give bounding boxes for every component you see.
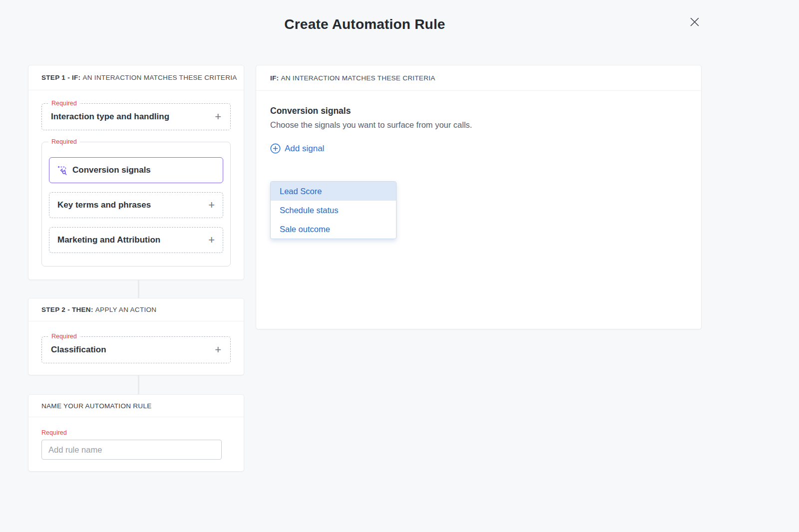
close-button[interactable] [686,13,703,30]
step2-panel: STEP 2 - THEN: APPLY AN ACTION Required … [28,298,244,375]
step-connector-line [138,375,139,394]
criteria-header-rest: AN INTERACTION MATCHES THESE CRITERIA [281,74,435,82]
criteria-header-bold: IF: [270,74,281,82]
step2-header-rest: APPLY AN ACTION [95,306,157,313]
name-rule-panel: NAME YOUR AUTOMATION RULE Required [28,394,244,472]
dropdown-item-schedule-status[interactable]: Schedule status [271,201,396,220]
step1-panel: STEP 1 - IF: AN INTERACTION MATCHES THES… [28,65,244,280]
plus-icon: + [208,235,215,246]
conversion-signals-subtitle: Choose the signals you want to surface f… [270,120,687,130]
name-rule-header: NAME YOUR AUTOMATION RULE [28,395,244,417]
page-title: Create Automation Rule [28,16,702,32]
add-signal-button[interactable]: Add signal [270,143,324,154]
conversion-signals-label: Conversion signals [72,165,151,175]
criteria-detail-panel: IF: AN INTERACTION MATCHES THESE CRITERI… [256,65,702,329]
step1-header-bold: STEP 1 - IF: [41,74,82,81]
classification-card[interactable]: Required Classification + [41,336,231,363]
required-badge: Required [48,138,80,146]
required-badge: Required [48,99,80,108]
criteria-detail-header: IF: AN INTERACTION MATCHES THESE CRITERI… [256,65,701,91]
conversion-signals-card[interactable]: Conversion signals [49,157,223,183]
conversion-signals-icon [57,165,67,175]
marketing-attribution-card[interactable]: Marketing and Attribution + [49,227,223,253]
dropdown-item-lead-score[interactable]: Lead Score [271,182,396,201]
step1-header: STEP 1 - IF: AN INTERACTION MATCHES THES… [28,65,244,90]
key-terms-card[interactable]: Key terms and phrases + [49,192,223,218]
plus-icon: + [208,200,215,211]
step1-header-rest: AN INTERACTION MATCHES THESE CRITERIA [82,74,237,81]
step-connector-line [138,280,139,298]
marketing-attribution-label: Marketing and Attribution [57,235,160,245]
step2-header-bold: STEP 2 - THEN: [41,306,95,313]
classification-label: Classification [51,345,106,355]
required-badge: Required [41,429,231,436]
plus-icon: + [215,111,221,122]
interaction-type-label: Interaction type and handling [51,112,169,122]
close-icon [688,15,702,29]
rule-name-input[interactable] [41,440,222,460]
dropdown-item-sale-outcome[interactable]: Sale outcome [271,220,396,239]
step2-header: STEP 2 - THEN: APPLY AN ACTION [28,298,244,321]
interaction-type-card[interactable]: Required Interaction type and handling + [41,103,231,130]
plus-circle-icon [270,143,281,154]
signals-required-group: Required Conversion signals Key terms an… [41,142,231,266]
key-terms-label: Key terms and phrases [57,200,151,210]
add-signal-label: Add signal [285,144,324,154]
plus-icon: + [215,344,221,355]
add-signal-dropdown: Lead Score Schedule status Sale outcome [270,181,397,239]
conversion-signals-title: Conversion signals [270,106,687,116]
required-badge: Required [48,332,80,341]
